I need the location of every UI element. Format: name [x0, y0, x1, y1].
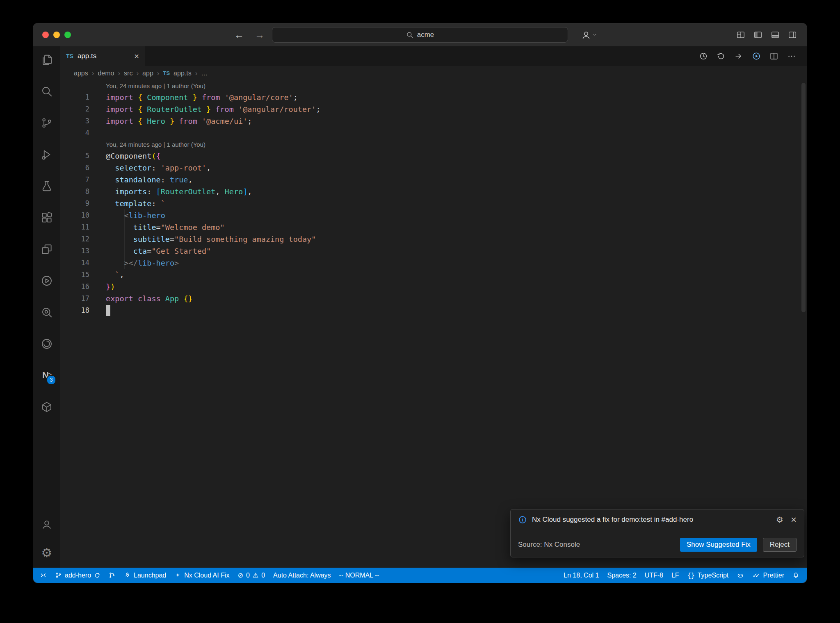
remote-icon — [40, 572, 47, 579]
testing-icon[interactable] — [37, 176, 57, 196]
code-line-6[interactable]: 6 selector: 'app-root', — [60, 162, 807, 174]
copilot-status[interactable] — [733, 568, 748, 583]
arrow-right-icon[interactable] — [734, 52, 743, 61]
more-actions-icon[interactable] — [787, 52, 796, 61]
code-line-18[interactable]: 18 — [60, 305, 807, 316]
reject-button[interactable]: Reject — [763, 538, 797, 552]
indentation-status[interactable]: Spaces: 2 — [603, 568, 640, 583]
split-editor-icon[interactable] — [769, 52, 778, 61]
notification-settings-gear-icon[interactable]: ⚙ — [776, 515, 783, 525]
code-line-7[interactable]: 7 standalone: true, — [60, 174, 807, 186]
editor-code-area[interactable]: You, 24 minutes ago | 1 author (You)1imp… — [60, 80, 807, 568]
notification-close-icon[interactable]: × — [791, 515, 797, 525]
tab-close-icon[interactable]: × — [134, 52, 139, 60]
error-icon: ⊘ — [238, 572, 243, 579]
codelens-row[interactable]: You, 24 minutes ago | 1 author (You) — [60, 80, 807, 91]
history-icon[interactable] — [699, 52, 708, 61]
explorer-icon[interactable] — [37, 50, 57, 70]
run-file-icon[interactable] — [752, 52, 761, 61]
command-center-search[interactable]: acme — [272, 27, 568, 43]
remote-indicator[interactable] — [36, 568, 51, 583]
auto-attach-status[interactable]: Auto Attach: Always — [269, 568, 335, 583]
code-line-11[interactable]: 11 title="Welcmoe demo" — [60, 221, 807, 233]
account-menu[interactable] — [581, 23, 597, 46]
code-line-3[interactable]: 3import { Hero } from '@acme/ui'; — [60, 115, 807, 127]
code-line-16[interactable]: 16}) — [60, 281, 807, 293]
settings-gear-icon[interactable]: ⚙ — [37, 543, 57, 563]
vscode-window: ← → acme — [33, 23, 807, 583]
extensions-icon[interactable] — [37, 208, 57, 227]
code-line-15[interactable]: 15 `, — [60, 269, 807, 281]
git-branch-icon — [55, 572, 62, 579]
code-line-1[interactable]: 1import { Component } from '@angular/cor… — [60, 91, 807, 103]
show-suggested-fix-button[interactable]: Show Suggested Fix — [680, 538, 757, 552]
breadcrumb-item[interactable]: app — [142, 70, 153, 77]
navigate-forward-icon[interactable]: → — [255, 29, 265, 41]
code-line-9[interactable]: 9 template: ` — [60, 198, 807, 209]
refresh-icon[interactable] — [717, 52, 726, 61]
code-line-4[interactable]: 4 — [60, 127, 807, 139]
chevron-right-icon: › — [136, 69, 139, 77]
package-icon[interactable] — [37, 397, 57, 417]
code-line-5[interactable]: 5@Component({ — [60, 150, 807, 162]
tab-app-ts[interactable]: TS app.ts × — [60, 46, 145, 66]
code-search-icon[interactable] — [37, 302, 57, 322]
nx-cloud-fix-button[interactable]: Nx Cloud AI Fix — [170, 568, 233, 583]
eol-status[interactable]: LF — [667, 568, 683, 583]
breadcrumb-item[interactable]: src — [124, 70, 132, 77]
cursor-position[interactable]: Ln 18, Col 1 — [559, 568, 603, 583]
notifications-bell[interactable] — [788, 568, 803, 583]
customize-layout-icon[interactable] — [736, 30, 745, 39]
branch-name: add-hero — [65, 572, 91, 579]
code-line-14[interactable]: 14 ></lib-hero> — [60, 257, 807, 269]
vim-mode-indicator[interactable]: -- NORMAL -- — [335, 568, 383, 583]
graph-icon — [109, 572, 116, 579]
close-button[interactable] — [42, 32, 49, 38]
sync-icon — [94, 572, 100, 579]
toggle-panel-icon[interactable] — [771, 30, 780, 39]
run-debug-icon[interactable] — [37, 145, 57, 164]
toggle-secondary-sidebar-icon[interactable] — [788, 30, 797, 39]
commit-graph-button[interactable] — [105, 568, 120, 583]
activity-bar: N> 3 ⚙ — [33, 46, 60, 568]
nx-fix-label: Nx Cloud AI Fix — [184, 572, 229, 579]
bell-icon — [792, 572, 799, 579]
formatter-status[interactable]: ✓✓ Prettier — [748, 568, 788, 583]
launchpad-button[interactable]: Launchpad — [120, 568, 170, 583]
breadcrumb-item[interactable]: … — [201, 70, 208, 77]
toggle-primary-sidebar-icon[interactable] — [753, 30, 762, 39]
vertical-scrollbar[interactable] — [801, 83, 806, 312]
nx-icon[interactable]: N> 3 — [37, 366, 57, 385]
code-line-2[interactable]: 2import { RouterOutlet } from '@angular/… — [60, 103, 807, 115]
breadcrumb-item[interactable]: app.ts — [173, 70, 192, 77]
warning-icon: ⚠ — [253, 572, 258, 579]
breadcrumb-item[interactable]: demo — [98, 70, 114, 77]
copilot-icon — [737, 572, 744, 579]
status-bar: add-hero Launchpad Nx Cloud AI Fix ⊘ 0 — [33, 568, 807, 583]
code-line-8[interactable]: 8 imports: [RouterOutlet, Hero], — [60, 186, 807, 198]
title-bar: ← → acme — [33, 23, 807, 46]
codelens-row[interactable]: You, 24 minutes ago | 1 author (You) — [60, 139, 807, 150]
language-mode[interactable]: {} TypeScript — [683, 568, 733, 583]
git-branch-status[interactable]: add-hero — [51, 568, 105, 583]
play-circle-icon[interactable] — [37, 271, 57, 291]
code-line-12[interactable]: 12 subtitle="Build something amazing tod… — [60, 233, 807, 245]
circular-logo-icon[interactable] — [37, 334, 57, 354]
navigate-back-icon[interactable]: ← — [234, 29, 244, 41]
typescript-file-icon: TS — [163, 70, 170, 76]
code-line-13[interactable]: 13 cta="Get Started" — [60, 245, 807, 257]
editor-actions — [699, 46, 807, 66]
zoom-button[interactable] — [64, 32, 71, 38]
problems-indicator[interactable]: ⊘ 0 ⚠ 0 — [234, 568, 269, 583]
accounts-icon[interactable] — [37, 514, 57, 534]
remote-explorer-icon[interactable] — [37, 239, 57, 259]
activity-bar-bottom: ⚙ — [37, 514, 57, 568]
code-line-10[interactable]: 10 <lib-hero — [60, 209, 807, 221]
encoding-status[interactable]: UTF-8 — [641, 568, 667, 583]
minimize-button[interactable] — [53, 32, 60, 38]
code-line-17[interactable]: 17export class App {} — [60, 293, 807, 305]
source-control-icon[interactable] — [37, 113, 57, 133]
search-view-icon[interactable] — [37, 82, 57, 101]
indent-guide — [124, 209, 125, 269]
breadcrumb-item[interactable]: apps — [74, 70, 88, 77]
